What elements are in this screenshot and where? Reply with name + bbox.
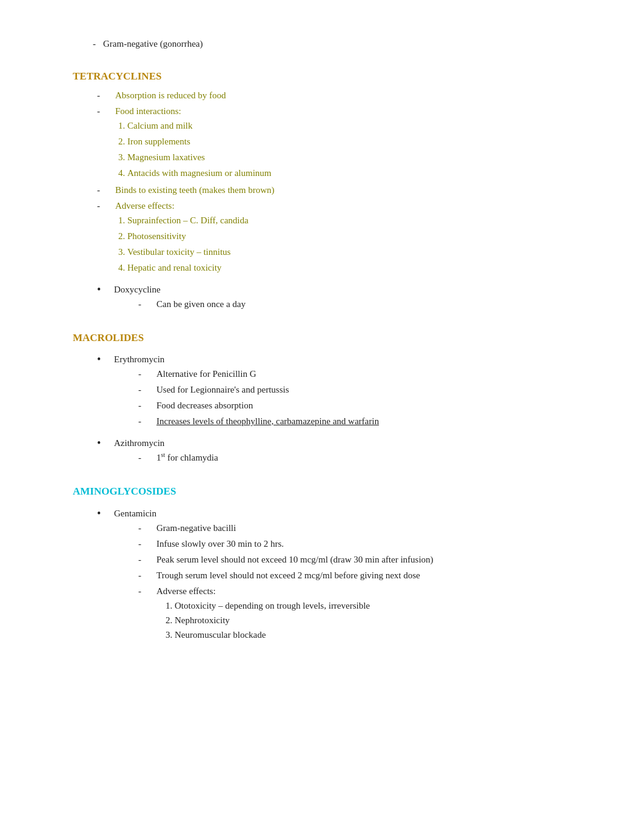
list-item: Antacids with magnesium or aluminum bbox=[127, 166, 595, 180]
absorption-text: Absorption is reduced by food bbox=[115, 88, 226, 103]
gentamicin-sub-0: - Gram-negative bacilli bbox=[114, 521, 595, 535]
erythromycin-item: • Erythromycin - Alternative for Penicil… bbox=[73, 352, 595, 430]
doxycycline-item: • Doxycycline - Can be given once a day bbox=[73, 282, 595, 313]
dash: - bbox=[138, 568, 156, 583]
gentamicin-sub-1: - Infuse slowly over 30 min to 2 hrs. bbox=[114, 536, 595, 551]
food-interactions-item: - Food interactions: Calcium and milk Ir… bbox=[73, 104, 595, 181]
adverse-label: Adverse effects: bbox=[115, 201, 175, 211]
bullet-symbol: • bbox=[97, 506, 114, 521]
gentamicin-content: Gentamicin - Gram-negative bacilli - Inf… bbox=[114, 506, 595, 643]
teeth-text: Binds to existing teeth (makes them brow… bbox=[115, 183, 274, 197]
erythromycin-legionnaire: Used for Legionnaire's and pertussis bbox=[156, 382, 289, 397]
list-item: Vestibular toxicity – tinnitus bbox=[127, 245, 595, 259]
gentamicin-adverse-content: Adverse effects: Ototoxicity – depending… bbox=[156, 584, 595, 642]
dash: - bbox=[97, 104, 115, 181]
list-item: Iron supplements bbox=[127, 134, 595, 149]
gentamicin-gram-neg: Gram-negative bacilli bbox=[156, 521, 236, 535]
gentamicin-adverse-item: - Adverse effects: Ototoxicity – dependi… bbox=[114, 584, 595, 642]
azithromycin-sub-0: - 1st for chlamydia bbox=[114, 450, 595, 465]
dash: - bbox=[97, 198, 115, 276]
azithromycin-chlamydia: 1st for chlamydia bbox=[156, 450, 218, 465]
doxycycline-sub-text: Can be given once a day bbox=[156, 297, 246, 311]
absorption-item: - Absorption is reduced by food bbox=[73, 88, 595, 103]
bullet-symbol: • bbox=[97, 436, 114, 451]
list-item: Neuromuscular blockade bbox=[175, 627, 595, 642]
azithromycin-item: • Azithromycin - 1st for chlamydia bbox=[73, 436, 595, 466]
azithromycin-content: Azithromycin - 1st for chlamydia bbox=[114, 436, 595, 466]
list-item: Hepatic and renal toxicity bbox=[127, 260, 595, 275]
tetracyclines-heading: TETRACYCLINES bbox=[73, 68, 595, 84]
dash-symbol: - bbox=[73, 36, 103, 51]
gentamicin-sub-3: - Trough serum level should not exceed 2… bbox=[114, 568, 595, 583]
teeth-item: - Binds to existing teeth (makes them br… bbox=[73, 183, 595, 197]
aminoglycosides-heading: AMINOGLYCOSIDES bbox=[73, 483, 595, 499]
adverse-effects-item: - Adverse effects: Suprainfection – C. D… bbox=[73, 198, 595, 276]
erythromycin-food: Food decreases absorption bbox=[156, 398, 253, 413]
aminoglycosides-section: AMINOGLYCOSIDES • Gentamicin - Gram-nega… bbox=[73, 483, 595, 643]
dash: - bbox=[138, 382, 156, 397]
bullet-symbol: • bbox=[97, 282, 114, 297]
dash: - bbox=[138, 398, 156, 413]
gentamicin-label: Gentamicin bbox=[114, 509, 156, 518]
food-interactions-list: Calcium and milk Iron supplements Magnes… bbox=[115, 118, 595, 180]
erythromycin-alt: Alternative for Penicillin G bbox=[156, 367, 257, 381]
gentamicin-adverse-list: Ototoxicity – depending on trough levels… bbox=[156, 598, 595, 642]
gentamicin-infuse: Infuse slowly over 30 min to 2 hrs. bbox=[156, 536, 284, 551]
list-item: Ototoxicity – depending on trough levels… bbox=[175, 598, 595, 613]
doxycycline-bullet: • Doxycycline - Can be given once a day bbox=[73, 282, 595, 313]
doxycycline-sub: - Can be given once a day bbox=[114, 297, 595, 311]
gram-negative-item: - Gram-negative (gonorrhea) bbox=[73, 36, 595, 51]
erythromycin-bullet: • Erythromycin - Alternative for Penicil… bbox=[73, 352, 595, 430]
azithromycin-label: Azithromycin bbox=[114, 438, 164, 448]
gentamicin-peak: Peak serum level should not exceed 10 mc… bbox=[156, 552, 434, 567]
list-item: Suprainfection – C. Diff, candida bbox=[127, 213, 595, 228]
doxycycline-label: Doxycycline bbox=[114, 285, 161, 294]
erythromycin-content: Erythromycin - Alternative for Penicilli… bbox=[114, 352, 595, 430]
adverse-list: Suprainfection – C. Diff, candida Photos… bbox=[115, 213, 595, 275]
dash: - bbox=[138, 521, 156, 535]
list-item: Photosensitivity bbox=[127, 229, 595, 243]
macrolides-heading: MACROLIDES bbox=[73, 330, 595, 346]
list-item: Magnesium laxatives bbox=[127, 150, 595, 164]
erythromycin-sub-1: - Used for Legionnaire's and pertussis bbox=[114, 382, 595, 397]
dash: - bbox=[138, 297, 156, 311]
dash: - bbox=[138, 536, 156, 551]
gentamicin-sub-2: - Peak serum level should not exceed 10 … bbox=[114, 552, 595, 567]
adverse-content: Adverse effects: Suprainfection – C. Dif… bbox=[115, 198, 595, 276]
dash: - bbox=[138, 552, 156, 567]
dash: - bbox=[138, 450, 156, 465]
tetracyclines-section: TETRACYCLINES - Absorption is reduced by… bbox=[73, 68, 595, 313]
gram-negative-text: Gram-negative (gonorrhea) bbox=[103, 36, 203, 51]
macrolides-section: MACROLIDES • Erythromycin - Alternative … bbox=[73, 330, 595, 466]
erythromycin-label: Erythromycin bbox=[114, 354, 164, 364]
erythromycin-sub-0: - Alternative for Penicillin G bbox=[114, 367, 595, 381]
dash: - bbox=[138, 414, 156, 428]
azithromycin-bullet: • Azithromycin - 1st for chlamydia bbox=[73, 436, 595, 466]
bullet-symbol: • bbox=[97, 352, 114, 367]
doxycycline-content: Doxycycline - Can be given once a day bbox=[114, 282, 595, 313]
erythromycin-sub-2: - Food decreases absorption bbox=[114, 398, 595, 413]
gentamicin-trough: Trough serum level should not exceed 2 m… bbox=[156, 568, 420, 583]
gentamicin-bullet: • Gentamicin - Gram-negative bacilli - I… bbox=[73, 506, 595, 643]
dash: - bbox=[138, 367, 156, 381]
list-item: Nephrotoxicity bbox=[175, 613, 595, 627]
erythromycin-increases: Increases levels of theophylline, carbam… bbox=[156, 414, 379, 428]
food-interactions-content: Food interactions: Calcium and milk Iron… bbox=[115, 104, 595, 181]
gentamicin-adverse-label: Adverse effects: bbox=[156, 586, 216, 596]
dash: - bbox=[97, 183, 115, 197]
dash: - bbox=[138, 584, 156, 642]
gentamicin-item: • Gentamicin - Gram-negative bacilli - I… bbox=[73, 506, 595, 643]
erythromycin-sub-3: - Increases levels of theophylline, carb… bbox=[114, 414, 595, 428]
list-item: Calcium and milk bbox=[127, 118, 595, 133]
food-interactions-label: Food interactions: bbox=[115, 106, 181, 116]
dash: - bbox=[97, 88, 115, 103]
